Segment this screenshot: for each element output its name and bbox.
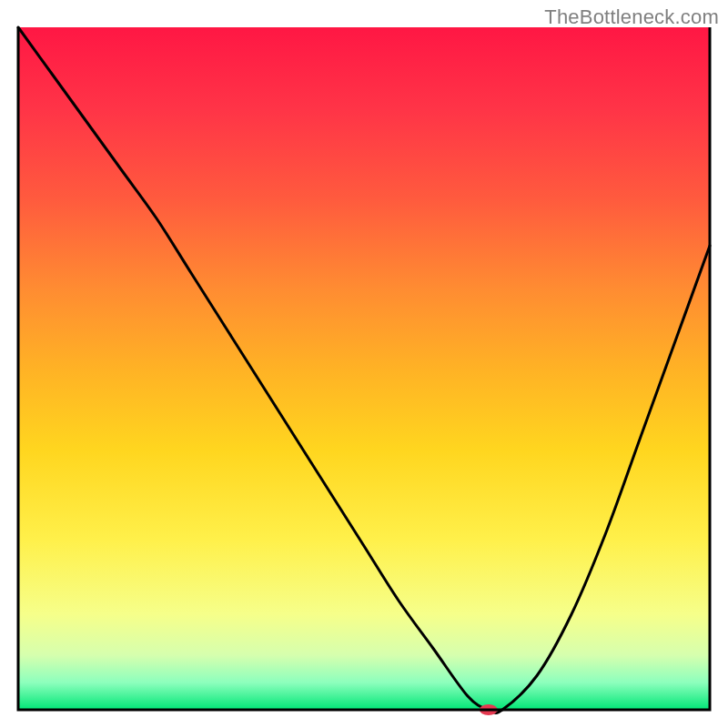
bottleneck-chart: TheBottleneck.com [0, 0, 728, 728]
chart-svg [0, 0, 728, 728]
watermark-label: TheBottleneck.com [544, 5, 719, 29]
chart-background [18, 27, 710, 710]
